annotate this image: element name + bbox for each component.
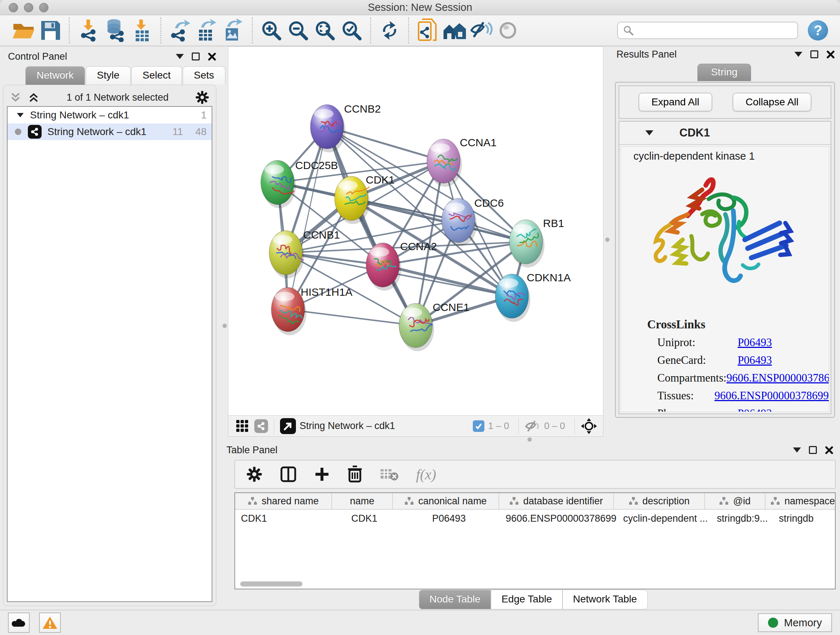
results-panel: Results Panel String Expand All bbox=[611, 46, 837, 437]
column-header[interactable]: name bbox=[332, 493, 393, 509]
right-splitter[interactable] bbox=[603, 46, 611, 437]
crosslink-compartments-link[interactable]: 9606.ENSP00000378699 bbox=[726, 371, 829, 385]
tab-node-table[interactable]: Node Table bbox=[419, 590, 491, 609]
network-collection-row[interactable]: String Network – cdk1 1 bbox=[8, 107, 212, 124]
panel-menu-icon[interactable] bbox=[793, 448, 801, 453]
selected-checkbox-icon[interactable] bbox=[473, 420, 485, 432]
close-panel-icon[interactable] bbox=[208, 52, 216, 61]
search-box[interactable] bbox=[617, 22, 798, 39]
cell-description[interactable]: cyclin-dependent ... bbox=[619, 510, 712, 527]
zoom-fit-button[interactable] bbox=[311, 17, 338, 44]
delete-table-icon[interactable] bbox=[380, 467, 399, 481]
tab-edge-table[interactable]: Edge Table bbox=[491, 590, 562, 609]
network-canvas[interactable]: CCNB2CCNA1CDC25BCDK1CDC6RB1CCNB1CCNA2CDK… bbox=[228, 47, 603, 415]
open-session-button[interactable] bbox=[10, 17, 37, 44]
hide-unhide-button[interactable] bbox=[468, 17, 494, 44]
network-node-CDC25B[interactable]: CDC25B bbox=[261, 159, 338, 208]
tree-expander-icon[interactable] bbox=[17, 113, 24, 117]
zoom-out-button[interactable] bbox=[285, 17, 311, 44]
network-node-CCNB2[interactable]: CCNB2 bbox=[310, 103, 381, 152]
open-in-browser-icon[interactable] bbox=[280, 418, 296, 434]
network-node-CDC6[interactable]: CDC6 bbox=[442, 197, 504, 246]
save-session-button[interactable] bbox=[37, 17, 64, 44]
horizontal-splitter[interactable] bbox=[221, 437, 840, 442]
tab-style[interactable]: Style bbox=[86, 66, 131, 85]
cell-namespace[interactable]: stringdb bbox=[773, 510, 835, 527]
import-table-button[interactable] bbox=[128, 17, 155, 44]
import-network-from-database-button[interactable] bbox=[102, 17, 128, 44]
warning-status-button[interactable] bbox=[39, 613, 61, 633]
export-network-button[interactable] bbox=[166, 17, 193, 44]
protein-header-row[interactable]: CDK1 bbox=[619, 122, 831, 145]
tab-sets[interactable]: Sets bbox=[183, 66, 225, 85]
column-header[interactable]: shared name bbox=[235, 493, 332, 509]
expand-all-button[interactable]: Expand All bbox=[638, 93, 712, 111]
cell-name[interactable]: CDK1 bbox=[333, 510, 395, 527]
crosslink-uniprot-link[interactable]: P06493 bbox=[737, 336, 772, 349]
crosslink-tissues-link[interactable]: 9606.ENSP00000378699 bbox=[714, 389, 829, 402]
memory-button[interactable]: Memory bbox=[758, 613, 832, 632]
tab-select[interactable]: Select bbox=[131, 66, 182, 85]
inactive-eye-button[interactable] bbox=[494, 17, 521, 44]
cloud-status-button[interactable] bbox=[8, 613, 30, 633]
gear-icon[interactable] bbox=[195, 90, 210, 105]
collapse-all-button[interactable]: Collapse All bbox=[733, 93, 812, 111]
cell-canonical-name[interactable]: P06493 bbox=[395, 510, 503, 527]
network-node-CCNB1[interactable]: CCNB1 bbox=[269, 229, 340, 279]
network-node-CDKN1A[interactable]: CDKN1A bbox=[495, 272, 571, 322]
home-layout-button[interactable] bbox=[441, 17, 468, 44]
tab-network-table[interactable]: Network Table bbox=[562, 590, 647, 609]
cell-id[interactable]: stringdb:9... bbox=[712, 510, 773, 527]
birdseye-icon[interactable] bbox=[581, 418, 597, 434]
cell-shared-name[interactable]: CDK1 bbox=[235, 510, 333, 527]
horizontal-scrollbar[interactable] bbox=[240, 581, 302, 586]
zoom-in-button[interactable] bbox=[258, 17, 285, 44]
add-column-icon[interactable] bbox=[280, 466, 297, 483]
function-builder-icon[interactable]: f(x) bbox=[416, 466, 436, 483]
string-document-icon bbox=[417, 19, 438, 42]
export-image-button[interactable] bbox=[220, 17, 247, 44]
column-header[interactable]: description bbox=[614, 493, 705, 509]
collapse-protein-icon[interactable] bbox=[645, 130, 653, 135]
column-header[interactable]: @id bbox=[705, 493, 766, 509]
close-panel-icon[interactable] bbox=[826, 50, 835, 59]
crosslink-genecard-link[interactable]: P06493 bbox=[737, 354, 772, 367]
network-node-CDK1[interactable]: CDK1 bbox=[335, 174, 395, 224]
left-splitter[interactable] bbox=[221, 46, 228, 437]
network-row[interactable]: String Network – cdk1 11 48 bbox=[8, 124, 212, 140]
collapse-all-icon[interactable] bbox=[10, 92, 22, 103]
column-header[interactable]: canonical name bbox=[393, 493, 499, 509]
help-button[interactable]: ? bbox=[805, 17, 831, 44]
table-row[interactable]: CDK1 CDK1 P06493 9606.ENSP00000378699 cy… bbox=[235, 510, 835, 527]
gear-icon[interactable] bbox=[246, 466, 263, 483]
float-panel-icon[interactable] bbox=[192, 52, 200, 60]
close-panel-icon[interactable] bbox=[825, 446, 834, 454]
network-node-CCNE1[interactable]: CCNE1 bbox=[399, 301, 470, 351]
float-panel-icon[interactable] bbox=[809, 446, 817, 454]
hidden-eye-icon[interactable] bbox=[524, 420, 540, 432]
tab-string[interactable]: String bbox=[698, 64, 751, 81]
tab-network[interactable]: Network bbox=[25, 66, 85, 85]
float-panel-icon[interactable] bbox=[810, 50, 818, 58]
network-edge[interactable] bbox=[288, 127, 327, 310]
zoom-selected-button[interactable] bbox=[338, 17, 365, 44]
search-input[interactable] bbox=[638, 25, 792, 36]
delete-icon[interactable] bbox=[347, 466, 363, 483]
crosslink-pharos-link[interactable]: P06493 bbox=[737, 407, 772, 412]
cell-database-identifier[interactable]: 9606.ENSP00000378699 bbox=[503, 510, 619, 527]
network-edge[interactable] bbox=[288, 310, 416, 325]
string-import-button[interactable] bbox=[414, 17, 441, 44]
column-header[interactable]: namespace bbox=[766, 493, 835, 509]
grid-view-icon[interactable] bbox=[234, 418, 251, 434]
network-share-view-icon[interactable] bbox=[254, 419, 268, 433]
column-header[interactable]: database identifier bbox=[499, 493, 614, 509]
export-table-button[interactable] bbox=[193, 17, 220, 44]
add-row-icon[interactable] bbox=[314, 466, 330, 482]
refresh-view-button[interactable] bbox=[376, 17, 403, 44]
expand-all-icon[interactable] bbox=[28, 92, 40, 103]
import-network-button[interactable] bbox=[75, 17, 102, 44]
network-node-RB1[interactable]: RB1 bbox=[509, 217, 564, 268]
panel-menu-icon[interactable] bbox=[794, 52, 802, 57]
network-node-HIST1H1A[interactable]: HIST1H1A bbox=[271, 286, 352, 335]
panel-menu-icon[interactable] bbox=[176, 54, 184, 59]
